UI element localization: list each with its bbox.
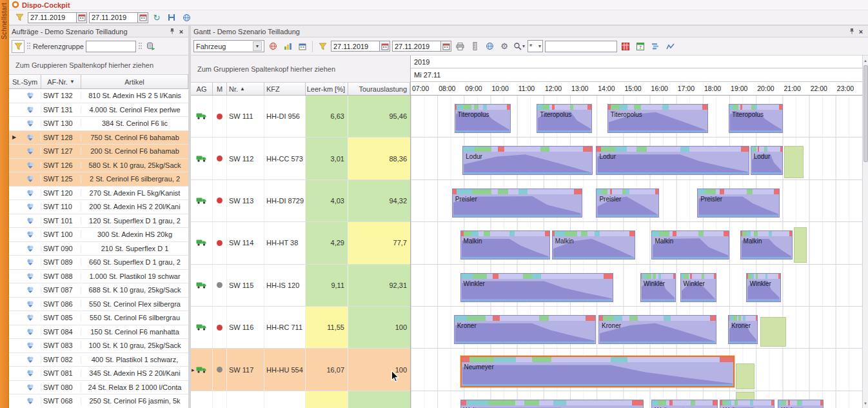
column-header-ag[interactable]: AG xyxy=(191,83,213,95)
filter-icon[interactable] xyxy=(12,40,25,53)
order-row[interactable]: ▶SWT 128750 St. Cerinol F6 bahamab xyxy=(9,131,188,145)
timeline-icon[interactable] xyxy=(649,40,662,53)
order-row[interactable]: SWT 1314.000 St. Cerinol Flex perlwe xyxy=(9,103,188,117)
ruler-icon[interactable] xyxy=(468,40,481,53)
tour-bar[interactable]: Preisler xyxy=(452,189,582,218)
tour-bar[interactable]: Preisler xyxy=(596,189,659,218)
tour-bar[interactable]: Malkin xyxy=(552,230,635,260)
red-calendar-icon[interactable] xyxy=(619,40,632,53)
gantt-date-from-input[interactable] xyxy=(331,41,380,52)
order-row[interactable]: SWT 101120 St. Superflex D 1 grau, 2 xyxy=(9,214,188,229)
tour-bar[interactable]: Lodur xyxy=(751,146,784,175)
date-to-input[interactable] xyxy=(89,12,138,23)
tour-bar[interactable]: Malkin xyxy=(740,230,793,260)
tour-bar[interactable]: Lodur xyxy=(462,146,593,175)
gantt-search-input[interactable] xyxy=(545,41,617,52)
column-header-kfz[interactable]: KFZ xyxy=(264,83,306,95)
calendar-plus-icon[interactable] xyxy=(296,40,309,53)
tour-bar[interactable]: Malkin xyxy=(651,230,729,260)
tour-row[interactable]: SW 114HH-HT 384,2977,7 xyxy=(191,222,410,264)
scroll-down-icon[interactable]: ▼ xyxy=(863,398,868,408)
tour-bar[interactable]: Kroner xyxy=(454,315,597,344)
tour-row[interactable]: ▸SW 117HH-HU 55416,07100 xyxy=(191,349,410,391)
tour-bar[interactable]: Titeropolus xyxy=(607,104,708,133)
order-row[interactable]: SWT 132810 St. Adexin HS 2 5 l/Kanis xyxy=(9,89,188,103)
tour-bar[interactable]: Titeropolus xyxy=(455,104,511,133)
order-row[interactable]: SWT 087688 St. K 10 grau, 25kg/Sack xyxy=(9,283,188,298)
tour-bar[interactable]: Titeropolus xyxy=(729,104,783,133)
gantt-group-hint[interactable]: Zum Gruppieren Spaltenkopf hierher ziehe… xyxy=(191,56,410,83)
order-row[interactable]: SWT 110200 St. Adexin HS 2 20l/Kani xyxy=(9,200,188,214)
refresh-icon[interactable]: ↻ xyxy=(150,11,163,24)
order-row[interactable]: SWT 090210 St. Superflex D 1 xyxy=(9,242,188,256)
tour-row[interactable]: SW 116HH-RC 71111,55100 xyxy=(191,307,410,349)
calendar-button[interactable] xyxy=(379,41,390,52)
order-row[interactable]: SWT 130384 St. Cerinol F6 lic xyxy=(9,117,188,131)
schnellstart-tab[interactable]: Schnellstart xyxy=(0,0,9,408)
scrollbar-thumb[interactable] xyxy=(863,65,868,162)
order-row[interactable]: SWT 085550 St. Cerinol F6 silbergrau xyxy=(9,311,188,325)
database-export-icon[interactable] xyxy=(144,40,157,53)
calendar-button[interactable] xyxy=(76,12,87,23)
fahrzeug-select[interactable]: Fahrzeug ▾ xyxy=(193,40,264,52)
order-row[interactable]: SWT 081345 St. Adexin HS 2 20l/Kani xyxy=(9,367,188,381)
tour-row[interactable]: SW 115HH-IS 1209,1192,31 xyxy=(191,265,410,307)
order-row[interactable]: SWT 1252 St. Cerinol F6 silbergrau, 2 xyxy=(9,172,188,187)
drag-handle-icon[interactable] xyxy=(26,41,31,52)
order-row[interactable]: SWT 089660 St. Superflex D 1 grau, 2 xyxy=(9,256,188,270)
tour-bar[interactable]: Preisler xyxy=(697,189,780,218)
column-header-leer-km[interactable]: Leer-km [%] xyxy=(306,83,348,95)
globe-icon[interactable] xyxy=(180,11,193,24)
close-icon[interactable]: × xyxy=(177,27,186,36)
tour-row[interactable] xyxy=(191,391,410,408)
referenzgruppe-input[interactable] xyxy=(86,41,136,52)
order-row[interactable]: SWT 086550 St. Cerinol Flex silbergra xyxy=(9,298,188,312)
order-row[interactable]: SWT 127200 St. Cerinol F6 bahamab xyxy=(9,145,188,159)
order-row[interactable]: SWT 08024 St. Relax B 2 1000 l/Conta xyxy=(9,381,188,395)
gear-icon[interactable]: ⚙ xyxy=(498,40,511,53)
gantt-date-to-input[interactable] xyxy=(392,41,441,52)
column-header-af-nr[interactable]: AF-Nr.▼ xyxy=(41,75,81,88)
order-row[interactable]: SWT 083100 St. K 10 grau, 25kg/Sack xyxy=(9,339,188,353)
order-row[interactable]: SWT 082400 St. Plastikol 1 schwarz, xyxy=(9,353,188,367)
tour-bar[interactable]: Titeropolus xyxy=(537,104,592,133)
vertical-scrollbar[interactable]: ▲ ▼ xyxy=(862,56,868,408)
calendar-button[interactable] xyxy=(137,12,148,23)
calendar-button[interactable] xyxy=(440,41,451,52)
printer-icon[interactable] xyxy=(453,40,466,53)
tour-bar[interactable]: Neumeyer xyxy=(460,356,735,387)
auftraege-group-hint[interactable]: Zum Gruppieren Spaltenkopf hierher ziehe… xyxy=(9,56,188,75)
tour-bar[interactable]: Walter xyxy=(720,400,774,408)
filter-icon[interactable] xyxy=(13,11,26,24)
filter-icon[interactable] xyxy=(316,40,329,53)
pin-icon[interactable] xyxy=(847,27,856,36)
web-link-icon[interactable] xyxy=(483,40,496,53)
order-row[interactable]: SWT 084150 St. Cerinol F6 manhatta xyxy=(9,325,188,340)
save-icon[interactable] xyxy=(165,11,178,24)
chart-icon[interactable] xyxy=(281,40,294,53)
drag-handle-icon[interactable] xyxy=(138,41,143,52)
order-row[interactable]: SWT 100300 St. Adexin HS 20kg xyxy=(9,228,188,242)
scroll-up-icon[interactable]: ▲ xyxy=(863,56,868,65)
tour-bar[interactable]: Kroner xyxy=(728,315,758,344)
tour-bar[interactable]: Winkler xyxy=(460,273,613,302)
calendar-week-icon[interactable]: 7 xyxy=(634,40,647,53)
tour-row[interactable]: SW 113HH-DI 87294,0394,32 xyxy=(191,180,410,222)
order-row[interactable]: SWT 120270 St. Adexin FL 5kg/Kanist xyxy=(9,187,188,201)
column-header-tourauslastung[interactable]: Tourauslastung xyxy=(348,83,410,95)
column-header-artikel[interactable]: Artikel xyxy=(81,75,188,88)
tour-row[interactable]: SW 111HH-DI 9566,6395,46 xyxy=(191,96,410,138)
filter-mode-select[interactable]: * ▾ xyxy=(528,40,543,52)
pin-icon[interactable] xyxy=(168,27,177,36)
tour-row[interactable]: SW 112HH-CC 5733,0188,36 xyxy=(191,138,410,179)
tour-bar[interactable]: Lodur xyxy=(596,146,749,175)
tour-bar[interactable]: Kroner xyxy=(598,315,716,344)
curve-icon[interactable] xyxy=(664,40,676,53)
order-row[interactable]: SWT 0881.000 St. Plastikol 19 schwar xyxy=(9,270,188,284)
tour-bar[interactable]: Walter xyxy=(778,400,824,408)
column-header-m[interactable]: M xyxy=(213,83,227,95)
order-row[interactable]: SWT 126580 St. K 10 grau, 25kg/Sack xyxy=(9,159,188,173)
tour-bar[interactable]: Winkler xyxy=(640,273,676,302)
search-icon[interactable]: ▾ xyxy=(513,40,526,53)
tour-bar[interactable]: Winkler xyxy=(746,273,780,302)
